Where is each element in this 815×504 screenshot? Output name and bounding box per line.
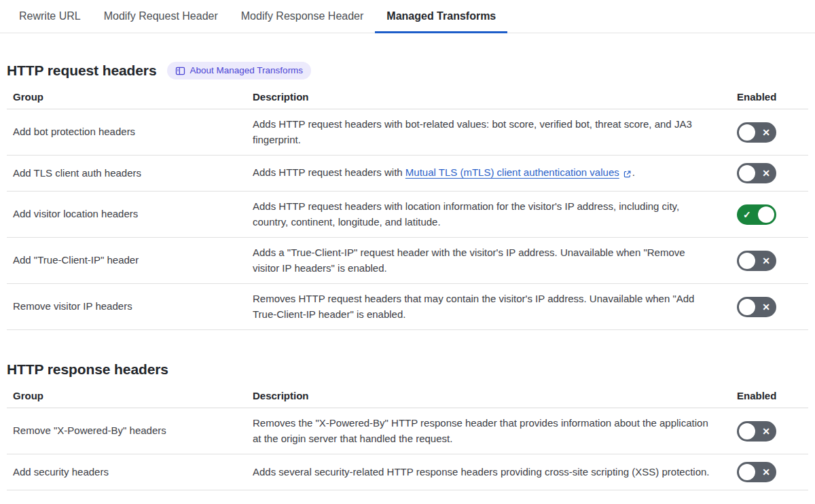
external-link-icon [623,166,632,181]
tab-rewrite-url[interactable]: Rewrite URL [7,0,92,33]
toggle-knob [739,423,755,439]
description-cell: Adds a "True-Client-IP" request header w… [253,245,725,276]
column-header-enabled: Enabled [737,391,808,401]
group-cell: Add bot protection headers [7,124,253,140]
response-headers-section: HTTP response headers Group Description … [7,361,808,490]
table-row: Remove "X-Powered-By" headers Removes th… [7,408,808,454]
column-header-description: Description [253,391,737,401]
description-link[interactable]: Mutual TLS (mTLS) client authentication … [405,166,619,178]
toggle-state-icon: ✕ [762,467,770,477]
table-row: Add visitor location headers Adds HTTP r… [7,192,808,238]
toggle-knob [739,124,755,141]
request-headers-section: HTTP request headers About Managed Trans… [7,62,808,330]
description-cell: Adds HTTP request headers with location … [253,199,725,230]
toggle-knob [739,299,755,315]
tab-bar: Rewrite URL Modify Request Header Modify… [0,0,815,33]
tab-managed-transforms[interactable]: Managed Transforms [375,0,507,33]
tab-modify-request-header[interactable]: Modify Request Header [92,0,230,33]
managed-transforms-panel: HTTP request headers About Managed Trans… [7,62,808,490]
group-cell: Add "True-Client-IP" header [7,253,253,268]
table-row: Add "True-Client-IP" header Adds a "True… [7,238,808,284]
enabled-toggle[interactable]: ✕ [737,163,776,183]
table-row: Add TLS client auth headers Adds HTTP re… [7,156,808,192]
description-cell: Adds HTTP request headers with bot-relat… [253,117,725,147]
toggle-knob [739,165,755,181]
column-header-enabled: Enabled [737,92,808,103]
toggle-state-icon: ✕ [762,168,770,178]
table-header-row: Group Description Enabled [7,92,808,109]
column-header-group: Group [7,391,253,401]
request-headers-title: HTTP request headers [7,62,157,79]
enabled-toggle[interactable]: ✕ [737,462,776,482]
enabled-toggle[interactable]: ✕ [737,251,776,271]
request-headers-table: Group Description Enabled Add bot protec… [7,92,808,330]
table-header-row: Group Description Enabled [7,391,808,408]
response-headers-table: Group Description Enabled Remove "X-Powe… [7,391,808,490]
enabled-toggle[interactable]: ✕ [737,297,776,317]
table-row: Add security headers Adds several securi… [7,454,808,490]
table-row: Add bot protection headers Adds HTTP req… [7,109,808,156]
group-cell: Remove visitor IP headers [7,299,253,314]
group-cell: Remove "X-Powered-By" headers [7,423,253,439]
description-cell: Removes HTTP request headers that may co… [253,291,725,322]
group-cell: Add visitor location headers [7,206,253,222]
toggle-state-icon: ✓ [743,210,751,219]
tab-modify-response-header[interactable]: Modify Response Header [230,0,376,33]
about-managed-transforms-badge[interactable]: About Managed Transforms [167,62,312,79]
toggle-state-icon: ✕ [762,128,770,137]
enabled-toggle[interactable]: ✕ [737,122,776,143]
group-cell: Add TLS client auth headers [7,166,253,181]
toggle-knob [758,206,774,223]
toggle-state-icon: ✕ [762,302,770,312]
response-headers-title: HTTP response headers [7,361,168,378]
column-header-description: Description [253,92,737,103]
column-header-group: Group [7,92,253,103]
enabled-toggle[interactable]: ✕ [737,421,776,442]
enabled-toggle[interactable]: ✓ [737,204,776,225]
toggle-state-icon: ✕ [762,256,770,266]
toggle-state-icon: ✕ [762,427,770,436]
description-cell: Adds HTTP request headers with Mutual TL… [253,165,725,181]
book-icon [175,66,185,76]
group-cell: Add security headers [7,465,253,480]
badge-label: About Managed Transforms [190,65,304,76]
description-cell: Adds several security-related HTTP respo… [253,465,725,480]
table-row: Remove visitor IP headers Removes HTTP r… [7,284,808,330]
toggle-knob [739,253,755,269]
description-cell: Removes the "X-Powered-By" HTTP response… [253,416,725,446]
toggle-knob [739,464,755,480]
